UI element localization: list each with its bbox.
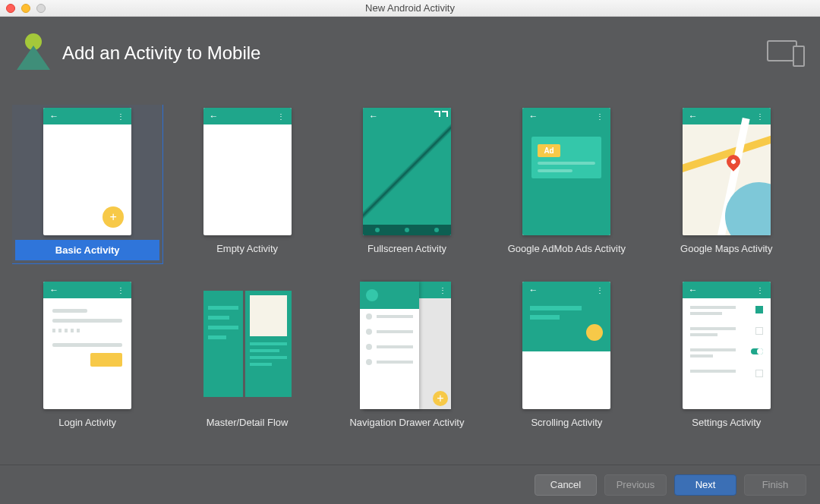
template-admob-activity[interactable]: ←⋮ Ad Google AdMob Ads Activity xyxy=(491,105,642,263)
template-basic-activity[interactable]: ←⋮ + Basic Activity xyxy=(12,105,162,263)
template-label: Master/Detail Flow xyxy=(207,417,289,428)
traffic-lights xyxy=(6,4,46,13)
template-fullscreen-activity[interactable]: ← Fullscreen Activity xyxy=(332,105,482,263)
thumbnail-admob: ←⋮ Ad xyxy=(522,108,610,235)
overflow-icon: ⋮ xyxy=(117,112,125,121)
template-gallery: ←⋮ + Basic Activity ←⋮ Empty Activity ← xyxy=(0,90,820,465)
template-label: Settings Activity xyxy=(692,417,761,428)
checkbox-icon xyxy=(755,306,763,313)
template-label: Scrolling Activity xyxy=(531,417,602,428)
checkbox-icon xyxy=(755,327,763,335)
thumbnail-login: ←⋮ xyxy=(43,282,131,409)
template-label: Basic Activity xyxy=(15,240,159,260)
overflow-icon: ⋮ xyxy=(117,286,125,295)
close-icon[interactable] xyxy=(6,4,15,13)
template-settings-activity[interactable]: ←⋮ Settings Activity xyxy=(651,279,802,431)
wizard-footer: Cancel Previous Next Finish xyxy=(0,465,820,504)
wizard-header: Add an Activity to Mobile xyxy=(0,17,820,90)
template-label: Empty Activity xyxy=(216,243,278,254)
template-empty-activity[interactable]: ←⋮ Empty Activity xyxy=(172,105,322,263)
back-arrow-icon: ← xyxy=(369,111,378,121)
minimize-icon[interactable] xyxy=(21,4,30,13)
thumbnail-navdrawer: ⋮ + xyxy=(363,282,451,409)
android-studio-logo-icon xyxy=(15,35,52,71)
template-navigation-drawer-activity[interactable]: ⋮ + Navigation Drawer Activity xyxy=(332,279,482,431)
template-google-maps-activity[interactable]: ←⋮ Google Maps Activity xyxy=(651,105,802,263)
template-label: Google Maps Activity xyxy=(680,243,772,254)
back-arrow-icon: ← xyxy=(49,111,58,121)
template-scroll-area[interactable]: ←⋮ + Basic Activity ←⋮ Empty Activity ← xyxy=(12,105,808,449)
back-arrow-icon: ← xyxy=(528,111,538,121)
back-arrow-icon: ← xyxy=(528,285,538,295)
fab-icon: + xyxy=(433,391,448,406)
back-arrow-icon: ← xyxy=(49,285,58,295)
checkbox-icon xyxy=(755,370,763,377)
overflow-icon: ⋮ xyxy=(756,286,765,295)
window-title: New Android Activity xyxy=(0,2,820,14)
template-login-activity[interactable]: ←⋮ Login Activity xyxy=(12,279,162,431)
thumbnail-gmaps: ←⋮ xyxy=(683,108,771,235)
toggle-icon xyxy=(751,348,763,354)
thumbnail-master-detail xyxy=(203,282,292,409)
overflow-icon: ⋮ xyxy=(756,112,765,121)
back-arrow-icon: ← xyxy=(210,111,219,121)
fab-icon: + xyxy=(102,206,124,228)
ad-badge: Ad xyxy=(538,144,560,157)
template-master-detail-flow[interactable]: Master/Detail Flow xyxy=(172,279,322,431)
back-arrow-icon: ← xyxy=(689,111,698,121)
overflow-icon: ⋮ xyxy=(596,286,604,295)
system-navbar-icon xyxy=(363,225,451,235)
window-titlebar: New Android Activity xyxy=(0,0,820,17)
back-arrow-icon: ← xyxy=(689,285,698,295)
template-label: Google AdMob Ads Activity xyxy=(508,243,626,254)
page-title: Add an Activity to Mobile xyxy=(62,43,260,64)
previous-button[interactable]: Previous xyxy=(604,474,667,496)
finish-button[interactable]: Finish xyxy=(744,474,806,496)
cancel-button[interactable]: Cancel xyxy=(535,474,597,496)
thumbnail-settings: ←⋮ xyxy=(683,282,771,409)
overflow-icon: ⋮ xyxy=(277,112,285,121)
overflow-icon: ⋮ xyxy=(596,112,604,121)
form-factor-mobile-icon xyxy=(767,38,805,68)
login-submit-icon xyxy=(90,353,122,367)
template-scrolling-activity[interactable]: ←⋮ Scrolling Activity xyxy=(491,279,642,431)
thumbnail-empty: ←⋮ xyxy=(203,108,292,235)
template-label: Navigation Drawer Activity xyxy=(349,417,464,428)
next-button[interactable]: Next xyxy=(674,474,736,496)
thumbnail-basic: ←⋮ + xyxy=(43,108,131,235)
thumbnail-scrolling: ←⋮ xyxy=(522,282,610,409)
template-label: Login Activity xyxy=(58,417,116,428)
maximize-icon[interactable] xyxy=(36,4,46,13)
drawer-icon xyxy=(360,282,419,409)
template-label: Fullscreen Activity xyxy=(367,243,446,254)
thumbnail-fullscreen: ← xyxy=(363,108,451,235)
